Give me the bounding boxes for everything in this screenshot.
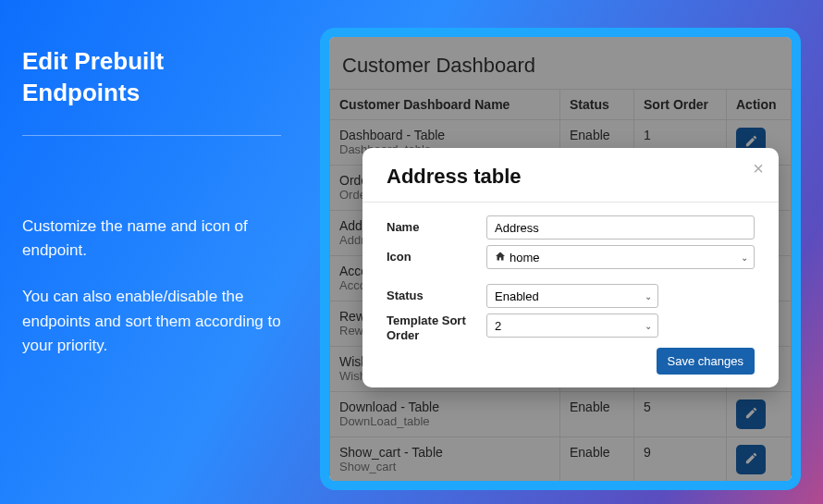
status-select[interactable]: Enabled ⌄ <box>486 284 658 308</box>
modal-divider <box>362 202 779 203</box>
icon-select[interactable]: home ⌄ <box>486 245 755 269</box>
edit-endpoint-modal: × Address table Name Icon home ⌄ <box>362 148 779 387</box>
name-field[interactable] <box>486 215 755 240</box>
sort-select-value: 2 <box>495 319 501 333</box>
sort-select[interactable]: 2 ⌄ <box>486 313 658 338</box>
title-line-2: Endpoints <box>22 79 140 106</box>
save-button[interactable]: Save changes <box>657 348 755 375</box>
icon-label: Icon <box>387 250 486 264</box>
modal-title: Address table <box>387 165 755 189</box>
page-description: Customize the name and icon of endpoint.… <box>22 215 290 359</box>
status-label: Status <box>387 289 486 303</box>
app-screenshot: Customer Dashboard Customer Dashboard Na… <box>329 37 792 481</box>
description-paragraph-2: You can also enable/disable the endpoint… <box>22 285 290 358</box>
divider <box>22 135 281 136</box>
icon-select-value: home <box>510 251 540 264</box>
page-title: Edit Prebuilt Endpoints <box>22 46 309 109</box>
title-line-1: Edit Prebuilt <box>22 47 164 75</box>
close-icon[interactable]: × <box>753 159 764 178</box>
status-select-value: Enabled <box>495 289 539 303</box>
name-label: Name <box>387 220 486 235</box>
chevron-down-icon: ⌄ <box>645 321 652 331</box>
chevron-down-icon: ⌄ <box>645 291 652 301</box>
sort-label: Template Sort Order <box>387 313 486 342</box>
device-frame: Customer Dashboard Customer Dashboard Na… <box>320 28 801 490</box>
chevron-down-icon: ⌄ <box>741 252 748 263</box>
description-paragraph-1: Customize the name and icon of endpoint. <box>22 215 290 264</box>
home-icon <box>495 251 506 264</box>
